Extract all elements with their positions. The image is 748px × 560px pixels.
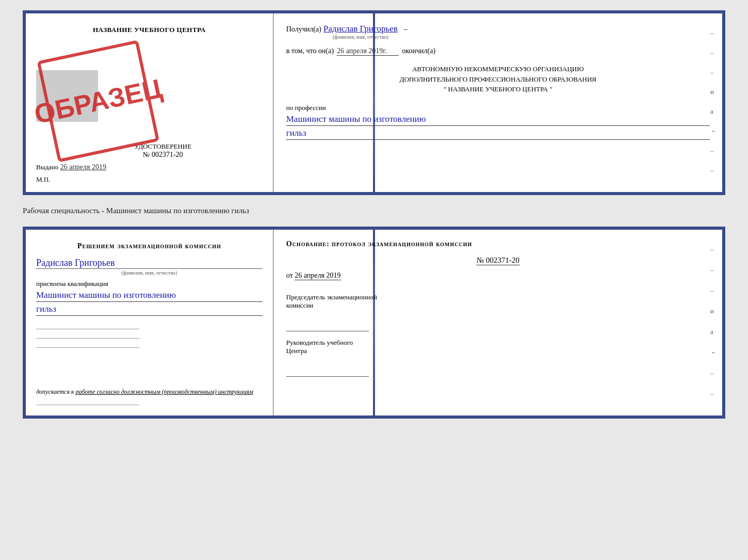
fio-value: Радислав Григорьев [323, 24, 398, 34]
kvalif-line1: Машинист машины по изготовлению [36, 290, 262, 302]
okonchil-label: окончил(а) [402, 47, 435, 55]
predsedatel-line2: комиссии [286, 301, 710, 310]
empty-line1 [36, 322, 139, 329]
resheniem-text: Решением экзаменационной комиссии [36, 242, 262, 250]
fio-hint: (фамилия, имя, отчество) [333, 34, 388, 40]
stamp-area: ОБРАЗЕЦ УДОСТОВЕРЕНИЕ № 002371-20 Выдано… [36, 44, 262, 171]
bottom-margin-arrow: ← [710, 348, 717, 357]
empty-line4 [36, 398, 139, 405]
dopuskaetsya-label: допускается к [36, 388, 74, 395]
bottom-margin-dash-4: – [710, 369, 717, 377]
rukovoditel-signature-line [286, 366, 369, 377]
prisvoena-text: присвоена квалификация [36, 280, 262, 288]
right-margin-lines: – – – и а ← – – [710, 29, 717, 174]
margin-letter-a: а [710, 107, 717, 116]
margin-dash-2: – [710, 49, 717, 57]
cert-number: № 002371-20 [134, 151, 192, 159]
school-name-top: НАЗВАНИЕ УЧЕБНОГО ЦЕНТРА [36, 26, 262, 34]
margin-dash-4: – [710, 147, 717, 155]
mp-row: М.П. [36, 175, 262, 184]
margin-letter-i: и [710, 88, 717, 96]
bottom-fio-hint: (фамилия, имя, отчество) [36, 270, 262, 276]
predsedatel-text: Председатель экзаменационной комиссии [286, 293, 710, 310]
margin-dash-3: – [710, 68, 717, 76]
ot-label: от [286, 271, 293, 279]
vydano-date: 26 апреля 2019 [60, 163, 106, 171]
bottom-right-panel: Основание: протокол экзаменационной коми… [274, 230, 722, 415]
bottom-margin-dash-3: – [710, 286, 717, 295]
bottom-right-margin: – – – и а ← – – [710, 245, 717, 398]
rukovoditel-line1: Руководитель учебного [286, 339, 710, 347]
vydano-label: Выдано [36, 163, 58, 171]
org-name: " НАЗВАНИЕ УЧЕБНОГО ЦЕНТРА " [286, 84, 710, 94]
org-block: АВТОНОМНУЮ НЕКОММЕРЧЕСКУЮ ОРГАНИЗАЦИЮ ДО… [286, 64, 710, 94]
bottom-margin-dash-1: – [710, 245, 717, 253]
poluchil-dash: – [404, 25, 408, 34]
bottom-left-panel: Решением экзаменационной комиссии Радисл… [26, 230, 274, 415]
completion-date: 26 апреля 2019г. [337, 47, 399, 56]
poluchil-label: Получил(а) [286, 25, 321, 34]
osnovanie-text: Основание: протокол экзаменационной коми… [286, 240, 710, 248]
bottom-margin-dash-2: – [710, 266, 717, 274]
org-line1: АВТОНОМНУЮ НЕКОММЕРЧЕСКУЮ ОРГАНИЗАЦИЮ [286, 64, 710, 74]
top-document: НАЗВАНИЕ УЧЕБНОГО ЦЕНТРА ОБРАЗЕЦ УДОСТОВ… [23, 10, 725, 195]
poluchil-row: Получил(а) Радислав Григорьев (фамилия, … [286, 24, 710, 40]
bottom-margin-dash-5: – [710, 390, 717, 398]
bottom-margin-letter-a: а [710, 328, 717, 336]
vydano-row: Выдано 26 апреля 2019 [36, 159, 106, 171]
org-line2: ДОПОЛНИТЕЛЬНОГО ПРОФЕССИОНАЛЬНОГО ОБРАЗО… [286, 74, 710, 85]
rukovoditel-line2: Центра [286, 347, 710, 355]
vtom-label: в том, что он(а) [286, 47, 334, 55]
obrazec-stamp: ОБРАЗЕЦ [37, 40, 159, 162]
empty-line2 [36, 331, 139, 339]
kvalif-line2: гильз [36, 304, 262, 316]
ot-date-row: от 26 апреля 2019 [286, 271, 710, 280]
profession-line1: Машинист машины по изготовлению [286, 114, 710, 126]
top-right-panel: Получил(а) Радислав Григорьев (фамилия, … [274, 13, 722, 192]
obrazec-text: ОБРАЗЕЦ [32, 75, 164, 128]
separator-text: Рабочая специальность - Машинист машины … [23, 204, 725, 217]
vtom-row: в том, что он(а) 26 апреля 2019г. окончи… [286, 47, 710, 56]
dopuskaetsya-link: работе согласно должностным (производств… [75, 388, 253, 395]
bottom-fio: Радислав Григорьев [36, 258, 262, 269]
po-professii-label: по профессии [286, 104, 710, 112]
margin-dash-5: – [710, 166, 717, 174]
empty-line3 [36, 341, 139, 348]
rukovoditel-text: Руководитель учебного Центра [286, 339, 710, 355]
ot-date-value: 26 апреля 2019 [294, 271, 340, 280]
protocol-number: № 002371-20 [476, 256, 519, 265]
predsedatel-line1: Председатель экзаменационной [286, 293, 710, 301]
dopuskaetsya-block: допускается к работе согласно должностны… [36, 383, 262, 396]
top-left-panel: НАЗВАНИЕ УЧЕБНОГО ЦЕНТРА ОБРАЗЕЦ УДОСТОВ… [26, 13, 274, 192]
bottom-margin-letter-i: и [710, 307, 717, 315]
bottom-document: Решением экзаменационной комиссии Радисл… [23, 227, 725, 419]
profession-line2: гильз [286, 128, 710, 140]
margin-dash-1: – [710, 29, 717, 37]
margin-arrow: ← [710, 127, 717, 135]
predsedatel-signature-line [286, 321, 369, 331]
